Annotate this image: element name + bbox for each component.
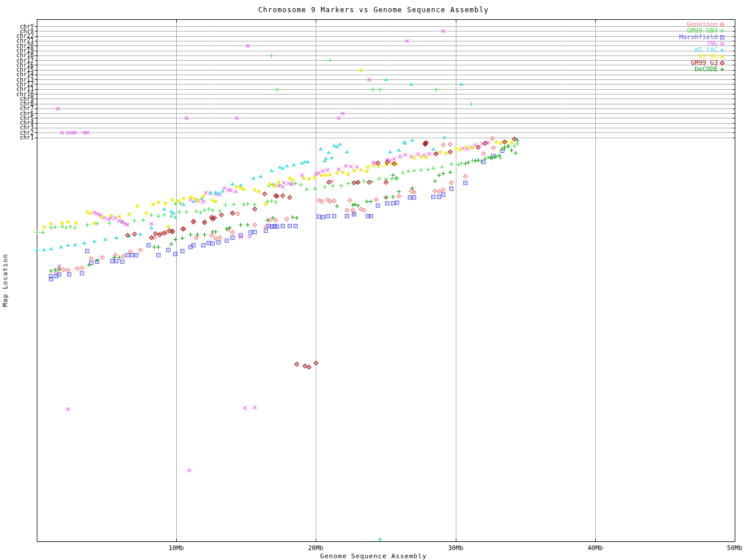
x-tick-label: 30Mb: [438, 544, 473, 552]
x-tick-label: 40Mb: [578, 544, 613, 552]
chart-title: Chromosome 9 Markers vs Genome Sequence …: [0, 6, 747, 14]
x-tick-label: 50Mb: [717, 544, 747, 552]
legend-label: DeCODE: [694, 66, 726, 72]
legend-item-decode: DeCODE: [694, 66, 726, 72]
chromosome-label: chr1: [0, 135, 34, 140]
legend-item-marshfield: Marshfield: [679, 34, 726, 40]
y-axis-label: Map Location: [2, 249, 9, 313]
scatter-plot-canvas: [0, 0, 747, 560]
legend-label: Marshfield: [679, 34, 726, 40]
chart-page: { "title": "Chromosome 9 Markers vs Geno…: [0, 0, 747, 560]
x-axis-label: Genome Sequence Assembly: [0, 552, 747, 560]
x-tick-label: 20Mb: [298, 544, 333, 552]
x-tick-label: 10Mb: [159, 544, 194, 552]
